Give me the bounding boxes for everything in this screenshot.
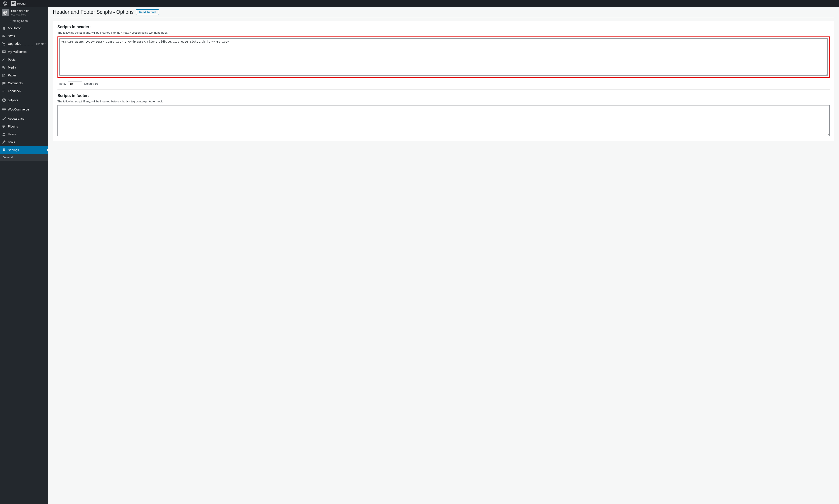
- sidebar-item-label: Settings: [8, 148, 19, 152]
- settings-icon: [2, 148, 6, 152]
- home-icon: [2, 26, 6, 30]
- admin-top-bar: Reader: [0, 0, 839, 7]
- header-scripts-description: The following script, if any, will be in…: [57, 31, 829, 34]
- sidebar-item-mailboxes[interactable]: My Mailboxes: [0, 48, 48, 56]
- site-title: Título del sitio: [11, 9, 29, 13]
- sidebar-item-comments[interactable]: Comments: [0, 79, 48, 87]
- feedback-icon: [2, 89, 6, 93]
- wordpress-logo-button[interactable]: [1, 0, 9, 7]
- sidebar-item-label: Tools: [8, 140, 15, 144]
- sidebar-item-label: Comments: [8, 82, 23, 85]
- submenu-item-general[interactable]: General: [0, 154, 48, 161]
- options-panel: Scripts in header: The following script,…: [53, 21, 834, 141]
- footer-scripts-description: The following script, if any, will be in…: [57, 100, 829, 103]
- sidebar-item-label: Upgrades: [8, 42, 33, 46]
- sidebar-item-pages[interactable]: Pages: [0, 71, 48, 79]
- reader-label: Reader: [17, 2, 27, 5]
- sidebar-item-label: Plugins: [8, 125, 18, 128]
- sidebar-item-label: Users: [8, 132, 16, 136]
- sidebar-item-label: My Home: [8, 26, 21, 30]
- site-status: Coming Soon: [0, 18, 48, 24]
- stats-icon: [2, 34, 6, 38]
- sidebar-item-woocommerce[interactable]: WooCommerce: [0, 106, 48, 113]
- priority-label: Priority: [57, 82, 66, 85]
- media-icon: [2, 65, 6, 70]
- sidebar-item-upgrades[interactable]: Upgrades Creator: [0, 40, 48, 48]
- header-scripts-textarea[interactable]: [59, 38, 828, 75]
- sidebar-item-appearance[interactable]: Appearance: [0, 115, 48, 123]
- svg-point-0: [2, 98, 6, 102]
- header-scripts-title: Scripts in header:: [57, 25, 829, 29]
- admin-sidebar: Título del sitio test-web.blog Coming So…: [0, 7, 48, 504]
- comment-icon: [2, 81, 6, 85]
- page-title: Header and Footer Scripts - Options: [53, 9, 134, 15]
- woo-icon: [2, 107, 6, 112]
- sidebar-item-feedback[interactable]: Feedback: [0, 87, 48, 95]
- priority-default-text: Default: 10: [84, 82, 98, 85]
- sidebar-item-media[interactable]: Media: [0, 64, 48, 71]
- sidebar-item-label: Feedback: [8, 89, 21, 93]
- sidebar-item-label: Pages: [8, 74, 17, 77]
- settings-submenu: General: [0, 154, 48, 161]
- sidebar-item-posts[interactable]: Posts: [0, 56, 48, 64]
- sidebar-item-label: Jetpack: [8, 98, 18, 102]
- jetpack-icon: [2, 98, 6, 103]
- pin-icon: [2, 57, 6, 62]
- header-priority-input[interactable]: [68, 81, 82, 86]
- highlight-frame: [57, 36, 829, 78]
- sidebar-item-label: Posts: [8, 58, 16, 61]
- wrench-icon: [2, 140, 6, 144]
- reader-button[interactable]: Reader: [10, 0, 28, 7]
- sidebar-item-label: Media: [8, 66, 16, 69]
- sidebar-item-badge: Creator: [36, 42, 46, 46]
- globe-icon: [3, 10, 8, 15]
- sidebar-item-tools[interactable]: Tools: [0, 138, 48, 146]
- sidebar-item-my-home[interactable]: My Home: [0, 24, 48, 32]
- svg-rect-1: [2, 109, 6, 110]
- site-url: test-web.blog: [11, 13, 29, 16]
- reader-icon: [11, 1, 16, 6]
- sidebar-item-stats[interactable]: Stats: [0, 32, 48, 40]
- sidebar-item-settings[interactable]: Settings: [0, 146, 48, 154]
- sidebar-item-label: Stats: [8, 34, 15, 38]
- pages-icon: [2, 73, 6, 77]
- footer-scripts-title: Scripts in footer:: [57, 93, 829, 98]
- read-tutorial-button[interactable]: Read Tutorial: [136, 10, 159, 15]
- main-content: Header and Footer Scripts - Options Read…: [48, 7, 839, 504]
- sidebar-item-label: Appearance: [8, 117, 24, 120]
- wordpress-icon: [3, 1, 7, 6]
- user-icon: [2, 132, 6, 137]
- mail-icon: [2, 50, 6, 54]
- footer-scripts-textarea[interactable]: [57, 105, 829, 136]
- plug-icon: [2, 124, 6, 129]
- sidebar-item-plugins[interactable]: Plugins: [0, 123, 48, 130]
- sidebar-item-users[interactable]: Users: [0, 130, 48, 138]
- sidebar-item-jetpack[interactable]: Jetpack: [0, 96, 48, 104]
- site-switcher[interactable]: Título del sitio test-web.blog: [0, 7, 48, 18]
- brush-icon: [2, 116, 6, 121]
- site-avatar: [2, 9, 9, 16]
- sidebar-item-label: WooCommerce: [8, 108, 29, 111]
- cart-icon: [2, 42, 6, 46]
- sidebar-item-label: My Mailboxes: [8, 50, 27, 54]
